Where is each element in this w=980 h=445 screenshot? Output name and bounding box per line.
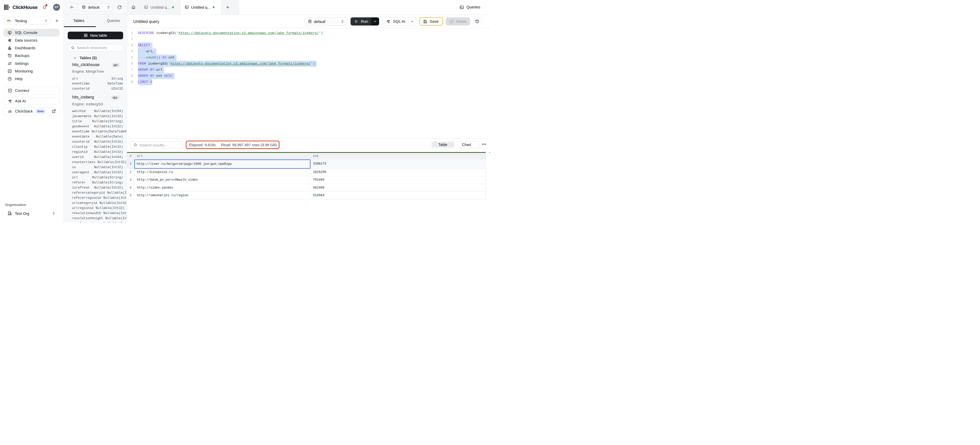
svg-text:aws: aws bbox=[7, 19, 11, 21]
